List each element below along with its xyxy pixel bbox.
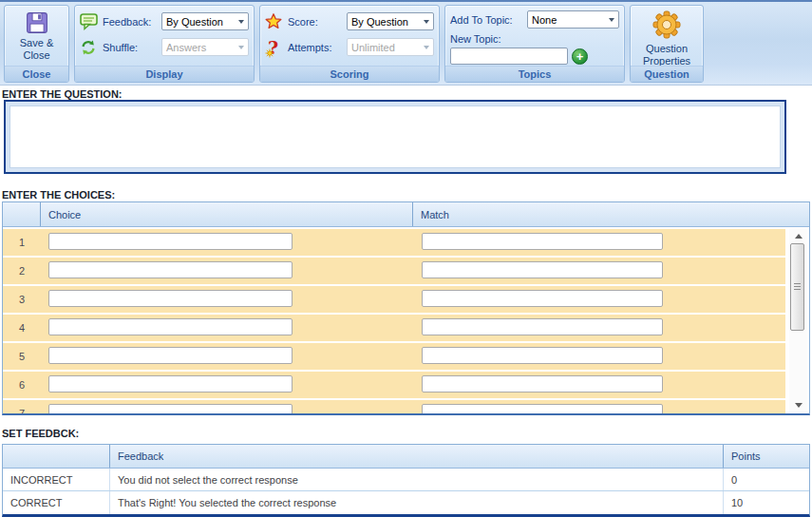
attempts-question-icon: ?: [265, 37, 288, 58]
group-label-display: Display: [75, 66, 254, 82]
shuffle-icon: [80, 39, 103, 56]
question-editor-window: Save & Close Close Feedback:: [0, 0, 812, 517]
scrollbar-thumb[interactable]: [790, 243, 804, 331]
row-number: 3: [3, 286, 41, 313]
new-topic-label: New Topic:: [450, 33, 501, 45]
match-input-4[interactable]: [422, 318, 663, 335]
group-label-close: Close: [5, 66, 68, 82]
feedback-table: Feedback Points INCORRECT You did not se…: [2, 444, 810, 517]
attempts-select: Unlimited: [347, 38, 434, 56]
match-input-1[interactable]: [422, 233, 663, 250]
chevron-down-icon: [424, 20, 429, 24]
match-input-3[interactable]: [422, 290, 663, 307]
choice-row-4: 4: [3, 315, 785, 341]
enter-choices-label: ENTER THE CHOICES:: [2, 189, 115, 201]
ribbon-group-close: Save & Close Close: [4, 5, 69, 83]
save-close-button[interactable]: Save & Close: [9, 8, 64, 65]
ribbon-toolbar: Save & Close Close Feedback:: [0, 0, 812, 86]
match-input-5[interactable]: [422, 347, 663, 364]
question-input[interactable]: [9, 105, 781, 168]
ribbon-group-scoring: Score: By Question ?: [259, 5, 440, 83]
scroll-up-button[interactable]: [789, 229, 807, 242]
choice-row-7: 7: [3, 400, 785, 413]
chevron-down-icon: [238, 46, 244, 49]
score-select[interactable]: By Question: [347, 12, 434, 30]
choice-row-2: 2: [3, 258, 785, 284]
row-number: 7: [3, 400, 41, 413]
add-to-topic-label: Add To Topic:: [450, 14, 513, 26]
row-number-column-header: [3, 202, 41, 226]
question-properties-button[interactable]: Question Properties: [635, 8, 698, 65]
floppy-disk-icon: [25, 11, 49, 34]
group-label-question: Question: [631, 66, 703, 82]
feedback-label: Feedback:: [103, 16, 151, 28]
question-text-box: [4, 100, 786, 174]
group-label-scoring: Scoring: [260, 66, 439, 82]
choices-table: Choice Match 1 2 3 4: [2, 201, 810, 415]
save-close-label: Save & Close: [20, 37, 53, 62]
chevron-down-icon: [424, 46, 429, 49]
choice-column-header: Choice: [41, 202, 413, 226]
match-input-2[interactable]: [422, 261, 663, 278]
choice-row-1: 1: [3, 229, 785, 256]
choice-row-3: 3: [3, 286, 785, 313]
row-number: 1: [3, 229, 41, 256]
row-number: 2: [3, 258, 41, 284]
choices-table-body: 1 2 3 4 5: [3, 227, 809, 413]
row-number: 5: [3, 343, 41, 370]
enter-question-label: ENTER THE QUESTION:: [2, 88, 123, 100]
choice-input-3[interactable]: [48, 290, 293, 307]
match-column-header: Match: [413, 202, 809, 226]
new-topic-input[interactable]: [450, 48, 568, 65]
feedback-bubble-icon: [80, 12, 103, 31]
score-label: Score:: [288, 16, 318, 28]
arrow-up-icon: [795, 234, 803, 239]
choice-row-6: 6: [3, 372, 785, 398]
ribbon-group-display: Feedback: By Question: [74, 5, 255, 83]
feedback-text-cell[interactable]: That's Right! You selected the correct r…: [110, 491, 724, 514]
set-feedback-label: SET FEEDBCK:: [2, 428, 79, 439]
gear-icon: [651, 10, 682, 40]
row-number: 4: [3, 315, 41, 341]
ribbon-group-question: Question Properties Question: [630, 5, 704, 83]
feedback-type-column-header: [3, 445, 110, 468]
group-label-topics: Topics: [445, 66, 624, 82]
choice-input-4[interactable]: [48, 318, 293, 335]
choice-input-7[interactable]: [48, 404, 293, 413]
choice-input-5[interactable]: [48, 347, 293, 364]
points-cell[interactable]: 10: [724, 491, 809, 514]
row-number: 6: [3, 372, 41, 398]
match-input-6[interactable]: [422, 375, 663, 393]
scrollbar-grip: [794, 283, 801, 291]
scroll-down-button[interactable]: [789, 398, 807, 412]
choice-row-5: 5: [3, 343, 785, 370]
plus-icon: +: [576, 49, 584, 64]
points-column-header: Points: [724, 445, 809, 468]
feedback-column-header: Feedback: [110, 445, 724, 468]
feedback-type-cell: CORRECT: [3, 491, 110, 514]
chevron-down-icon: [609, 18, 614, 22]
vertical-scrollbar[interactable]: [789, 228, 807, 412]
match-input-7[interactable]: [422, 404, 663, 413]
choice-input-2[interactable]: [48, 261, 293, 278]
star-icon: [265, 13, 288, 29]
feedback-table-header: Feedback Points: [3, 445, 809, 469]
choice-input-6[interactable]: [48, 375, 293, 393]
feedback-row-correct[interactable]: CORRECT That's Right! You selected the c…: [3, 491, 809, 514]
feedback-text-cell[interactable]: You did not select the correct response: [110, 469, 724, 490]
shuffle-label: Shuffle:: [103, 42, 138, 53]
choice-input-1[interactable]: [48, 233, 293, 250]
ribbon-group-topics: Add To Topic: None New Topic: + Topics: [444, 5, 625, 83]
add-to-topic-select[interactable]: None: [527, 10, 619, 29]
choices-table-header: Choice Match: [3, 202, 809, 227]
feedback-row-incorrect[interactable]: INCORRECT You did not select the correct…: [3, 469, 809, 491]
add-topic-button[interactable]: +: [572, 48, 588, 65]
feedback-type-cell: INCORRECT: [3, 469, 110, 490]
shuffle-select: Answers: [161, 38, 249, 56]
question-properties-label: Question Properties: [635, 43, 698, 67]
feedback-select[interactable]: By Question: [161, 12, 249, 30]
points-cell[interactable]: 0: [724, 469, 809, 490]
attempts-label: Attempts:: [288, 42, 331, 53]
chevron-down-icon: [238, 20, 244, 24]
arrow-down-icon: [795, 403, 803, 408]
